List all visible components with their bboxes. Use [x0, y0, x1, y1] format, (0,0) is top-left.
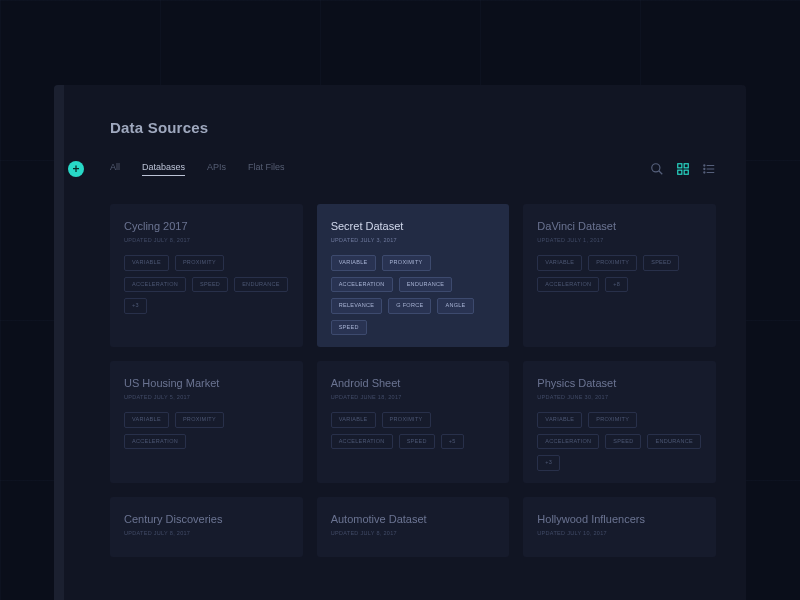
tabs: AllDatabasesAPIsFlat Files — [110, 162, 285, 176]
dataset-card[interactable]: DaVinci DatasetUpdated July 1, 2017Varia… — [523, 204, 716, 347]
svg-rect-4 — [678, 170, 682, 174]
tag[interactable]: Variable — [124, 412, 169, 428]
tag[interactable]: Acceleration — [331, 434, 393, 450]
dataset-card[interactable]: Cycling 2017Updated July 8, 2017Variable… — [110, 204, 303, 347]
tag[interactable]: Variable — [331, 412, 376, 428]
card-title: Hollywood Influencers — [537, 513, 702, 525]
tag[interactable]: Angle — [437, 298, 473, 314]
tag[interactable]: Speed — [605, 434, 641, 450]
dataset-card[interactable]: Physics DatasetUpdated June 30, 2017Vari… — [523, 361, 716, 483]
card-updated-date: Updated June 30, 2017 — [537, 394, 702, 400]
dataset-card[interactable]: US Housing MarketUpdated July 5, 2017Var… — [110, 361, 303, 483]
content: Data Sources + AllDatabasesAPIsFlat File… — [110, 85, 716, 557]
svg-rect-2 — [678, 164, 682, 168]
card-updated-date: Updated June 18, 2017 — [331, 394, 496, 400]
svg-point-0 — [652, 164, 660, 172]
tag[interactable]: Acceleration — [537, 277, 599, 293]
tag[interactable]: Endurance — [647, 434, 701, 450]
tab-all[interactable]: All — [110, 162, 120, 176]
card-title: US Housing Market — [124, 377, 289, 389]
tag[interactable]: Relevance — [331, 298, 383, 314]
svg-point-9 — [704, 165, 705, 166]
card-title: DaVinci Dataset — [537, 220, 702, 232]
toolbar: + AllDatabasesAPIsFlat Files — [68, 156, 716, 182]
card-tags: VariableProximityAccelerationEnduranceRe… — [331, 255, 496, 335]
tag[interactable]: Proximity — [175, 412, 224, 428]
tag[interactable]: G Force — [388, 298, 431, 314]
dataset-card[interactable]: Secret DatasetUpdated July 3, 2017Variab… — [317, 204, 510, 347]
tag[interactable]: +8 — [605, 277, 628, 293]
card-title: Secret Dataset — [331, 220, 496, 232]
card-title: Automotive Dataset — [331, 513, 496, 525]
tab-flat-files[interactable]: Flat Files — [248, 162, 285, 176]
cards-grid: Cycling 2017Updated July 8, 2017Variable… — [110, 204, 716, 557]
card-tags: VariableProximityAccelerationSpeedEndura… — [124, 255, 289, 314]
tag[interactable]: +5 — [441, 434, 464, 450]
card-updated-date: Updated July 3, 2017 — [331, 237, 496, 243]
tag[interactable]: Proximity — [588, 255, 637, 271]
dataset-card[interactable]: Hollywood InfluencersUpdated July 10, 20… — [523, 497, 716, 557]
svg-line-1 — [659, 171, 663, 175]
svg-point-10 — [704, 168, 705, 169]
svg-rect-5 — [684, 170, 688, 174]
tag[interactable]: Proximity — [175, 255, 224, 271]
card-updated-date: Updated July 8, 2017 — [124, 237, 289, 243]
dataset-card[interactable]: Century DiscoveriesUpdated July 8, 2017 — [110, 497, 303, 557]
grid-view-icon[interactable] — [676, 162, 690, 176]
tag[interactable]: Variable — [537, 412, 582, 428]
tag[interactable]: Proximity — [588, 412, 637, 428]
tag[interactable]: Proximity — [382, 255, 431, 271]
card-updated-date: Updated July 8, 2017 — [124, 530, 289, 536]
card-tags: VariableProximitySpeedAcceleration+8 — [537, 255, 702, 292]
tag[interactable]: Speed — [192, 277, 228, 293]
add-button[interactable]: + — [68, 161, 84, 177]
card-title: Android Sheet — [331, 377, 496, 389]
dataset-card[interactable]: Automotive DatasetUpdated July 8, 2017 — [317, 497, 510, 557]
main-panel: Data Sources + AllDatabasesAPIsFlat File… — [54, 85, 746, 600]
card-title: Cycling 2017 — [124, 220, 289, 232]
tag[interactable]: Endurance — [234, 277, 288, 293]
list-view-icon[interactable] — [702, 162, 716, 176]
card-tags: VariableProximityAccelerationSpeed+5 — [331, 412, 496, 449]
toolbar-right — [650, 162, 716, 176]
page-title: Data Sources — [110, 119, 716, 136]
tab-apis[interactable]: APIs — [207, 162, 226, 176]
tab-databases[interactable]: Databases — [142, 162, 185, 176]
sidebar-strip — [54, 85, 64, 600]
tag[interactable]: Variable — [124, 255, 169, 271]
card-updated-date: Updated July 10, 2017 — [537, 530, 702, 536]
card-updated-date: Updated July 8, 2017 — [331, 530, 496, 536]
tag[interactable]: Speed — [643, 255, 679, 271]
tag[interactable]: Variable — [331, 255, 376, 271]
tag[interactable]: Acceleration — [124, 277, 186, 293]
card-tags: VariableProximityAcceleration — [124, 412, 289, 449]
tag[interactable]: Proximity — [382, 412, 431, 428]
card-updated-date: Updated July 1, 2017 — [537, 237, 702, 243]
card-title: Physics Dataset — [537, 377, 702, 389]
tag[interactable]: Endurance — [399, 277, 453, 293]
tag[interactable]: +3 — [124, 298, 147, 314]
tag[interactable]: Speed — [399, 434, 435, 450]
tag[interactable]: Acceleration — [124, 434, 186, 450]
card-title: Century Discoveries — [124, 513, 289, 525]
tag[interactable]: Speed — [331, 320, 367, 336]
card-updated-date: Updated July 5, 2017 — [124, 394, 289, 400]
svg-rect-3 — [684, 164, 688, 168]
card-tags: VariableProximityAccelerationSpeedEndura… — [537, 412, 702, 471]
tag[interactable]: Acceleration — [331, 277, 393, 293]
search-icon[interactable] — [650, 162, 664, 176]
tag[interactable]: +3 — [537, 455, 560, 471]
dataset-card[interactable]: Android SheetUpdated June 18, 2017Variab… — [317, 361, 510, 483]
svg-point-11 — [704, 172, 705, 173]
tag[interactable]: Acceleration — [537, 434, 599, 450]
tag[interactable]: Variable — [537, 255, 582, 271]
